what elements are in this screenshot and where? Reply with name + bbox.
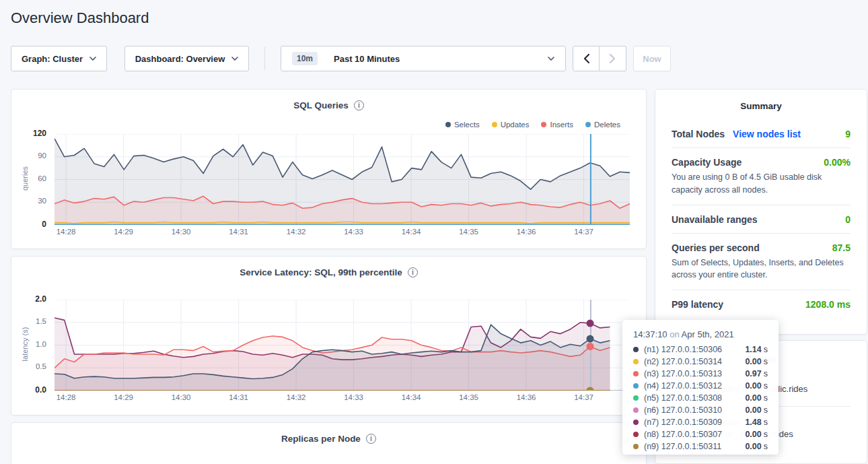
legend-item-updates[interactable]: Updates	[492, 121, 530, 129]
tooltip-node-value: 0.00	[745, 381, 761, 391]
queries-per-second-description: Sum of Selects, Updates, Inserts, and De…	[672, 257, 851, 282]
node-color-dot-icon	[633, 407, 639, 413]
tooltip-node-label: (n6) 127.0.0.1:50310	[644, 405, 745, 415]
chevron-down-icon	[231, 57, 238, 61]
page-title: Overview Dashboard	[11, 9, 149, 27]
queries-per-second-value: 87.5	[832, 242, 851, 253]
x-tick-label: 14:37	[568, 228, 600, 236]
info-icon[interactable]: i	[408, 267, 418, 277]
tooltip-node-label: (n5) 127.0.0.1:50308	[644, 393, 745, 403]
unavailable-ranges-value: 0	[845, 214, 851, 225]
service-latency-card: Service Latency: SQL, 99th percentile i …	[11, 256, 647, 416]
tooltip-node-value: 0.00	[745, 357, 761, 366]
total-nodes-value: 9	[845, 129, 851, 139]
service-latency-svg	[55, 300, 630, 391]
tooltip-node-unit: s	[764, 369, 768, 378]
node-color-dot-icon	[633, 359, 639, 364]
x-tick-label: 14:28	[50, 228, 82, 236]
x-tick-label: 14:32	[280, 228, 312, 236]
time-range-badge: 10m	[292, 52, 318, 65]
y-tick-label: 0.5	[36, 362, 46, 370]
capacity-usage-label: Capacity Usage	[672, 157, 742, 168]
tooltip-node-value: 0.97	[745, 369, 761, 378]
node-color-dot-icon	[633, 444, 639, 449]
tooltip-node-row: (n2) 127.0.0.1:503140.00s	[633, 356, 768, 368]
tooltip-node-label: (n9) 127.0.0.1:50311	[644, 442, 745, 451]
replicas-chart-title: Replicas per Node	[281, 434, 361, 444]
tooltip-node-label: (n2) 127.0.0.1:50314	[644, 357, 745, 366]
tooltip-node-unit: s	[764, 418, 768, 427]
time-range-arrows	[573, 46, 626, 71]
now-button-label: Now	[643, 54, 661, 64]
replicas-per-node-card: Replicas per Node i	[11, 422, 647, 464]
summary-panel: Summary Total Nodes View nodes list 9 Ca…	[655, 89, 867, 335]
tooltip-node-label: (n1) 127.0.0.1:50306	[644, 345, 745, 354]
capacity-usage-value: 0.00%	[824, 157, 851, 168]
legend-item-selects[interactable]: Selects	[445, 121, 480, 129]
info-icon[interactable]: i	[354, 100, 364, 110]
x-tick-label: 14:36	[510, 228, 542, 236]
x-tick-label: 14:36	[510, 393, 542, 401]
sql-queries-legend: SelectsUpdatesInsertsDeletes	[445, 121, 620, 129]
tooltip-node-value: 1.14	[745, 345, 761, 354]
node-color-dot-icon	[633, 420, 639, 425]
y-tick-label: 0.0	[35, 385, 46, 395]
x-tick-label: 14:35	[453, 393, 485, 401]
summary-heading: Summary	[672, 101, 851, 111]
tooltip-node-row: (n6) 127.0.0.1:503100.00s	[633, 404, 768, 416]
tooltip-node-unit: s	[764, 405, 768, 415]
dashboard-selector-dropdown[interactable]: Dashboard: Overview	[124, 46, 249, 71]
sql-queries-card: SQL Queries i SelectsUpdatesInsertsDelet…	[11, 89, 647, 249]
tooltip-node-label: (n8) 127.0.0.1:50307	[644, 430, 745, 439]
legend-item-inserts[interactable]: Inserts	[541, 121, 573, 129]
node-color-dot-icon	[633, 432, 639, 437]
tooltip-node-unit: s	[764, 393, 768, 403]
summary-row-capacity-usage: Capacity Usage 0.00% You are using 0 B o…	[672, 147, 851, 205]
sql-queries-chart-title: SQL Queries	[293, 100, 349, 110]
queries-per-second-label: Queries per second	[672, 242, 760, 253]
capacity-usage-description: You are using 0 B of 4.5 GiB usable disk…	[672, 171, 851, 197]
x-tick-label: 14:29	[108, 393, 140, 401]
now-button[interactable]: Now	[633, 46, 671, 71]
tooltip-node-row: (n9) 127.0.0.1:503110.00s	[633, 440, 768, 453]
x-tick-label: 14:32	[280, 393, 312, 401]
sql-queries-plot-area[interactable]: queries 0306090120 14:2814:2914:3014:311…	[55, 134, 630, 225]
legend-dot-icon	[541, 122, 546, 127]
x-tick-label: 14:35	[453, 228, 485, 236]
tooltip-node-value: 0.00	[745, 430, 761, 439]
x-tick-label: 14:28	[50, 393, 82, 401]
x-tick-label: 14:33	[338, 393, 370, 401]
graph-selector-dropdown[interactable]: Graph: Cluster	[11, 46, 107, 71]
p99-latency-value: 1208.0 ms	[805, 299, 851, 310]
tooltip-node-label: (n4) 127.0.0.1:50312	[644, 381, 745, 391]
tooltip-node-value: 1.48	[745, 418, 761, 427]
tooltip-node-row: (n3) 127.0.0.1:503130.97s	[633, 368, 768, 380]
tooltip-node-unit: s	[764, 381, 768, 391]
toolbar-divider	[264, 47, 265, 70]
chevron-down-icon	[548, 57, 554, 61]
y-tick-label: 90	[38, 152, 46, 160]
y-tick-label: 0	[42, 220, 46, 229]
info-icon[interactable]: i	[366, 434, 376, 444]
x-tick-label: 14:34	[395, 393, 427, 401]
time-prev-button[interactable]	[573, 46, 600, 71]
service-latency-plot-area[interactable]: latency (s) 0.00.51.01.52.0 14:2814:2914…	[55, 300, 630, 391]
view-nodes-list-link[interactable]: View nodes list	[733, 129, 801, 139]
tooltip-node-value: 0.00	[745, 405, 761, 415]
node-color-dot-icon	[633, 347, 639, 352]
time-range-dropdown[interactable]: 10m Past 10 Minutes	[281, 46, 566, 71]
x-tick-label: 14:30	[165, 393, 197, 401]
legend-item-deletes[interactable]: Deletes	[585, 121, 620, 129]
node-color-dot-icon	[633, 383, 639, 389]
legend-label: Inserts	[550, 121, 573, 129]
tooltip-node-label: (n7) 127.0.0.1:50309	[644, 418, 745, 427]
tooltip-node-value: 0.00	[745, 442, 761, 451]
tooltip-node-row: (n7) 127.0.0.1:503091.48s	[633, 416, 768, 428]
tooltip-timestamp: 14:37:10 on Apr 5th, 2021	[633, 329, 768, 339]
time-next-button[interactable]	[600, 46, 626, 71]
graph-selector-label: Graph: Cluster	[22, 54, 83, 64]
legend-dot-icon	[445, 122, 451, 127]
tooltip-node-value: 0.00	[745, 393, 761, 403]
chart-hover-tooltip: 14:37:10 on Apr 5th, 2021 (n1) 127.0.0.1…	[622, 320, 779, 455]
y-tick-label: 120	[33, 129, 46, 138]
